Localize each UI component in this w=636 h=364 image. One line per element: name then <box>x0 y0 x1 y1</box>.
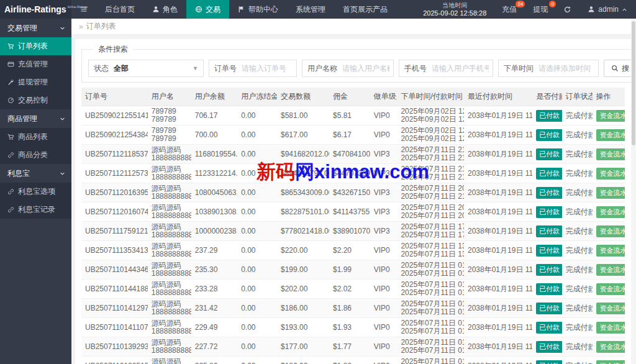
trade-amount-cell: $202.00 <box>277 280 329 299</box>
action-cell: 资金流水 <box>593 183 625 202</box>
order-time-input[interactable] <box>538 64 598 73</box>
trade-amount-cell: $186.00 <box>277 357 329 364</box>
fund-flow-button[interactable]: 资金流水 <box>596 129 625 141</box>
nav-item-label: 帮助中心 <box>248 4 278 15</box>
fund-flow-button[interactable]: 资金流水 <box>596 206 625 218</box>
user-cell: 源码源码18888888888 <box>148 241 191 260</box>
user-balance-cell: 225.86 <box>191 357 237 364</box>
column-header: 用户余额 <box>191 88 237 106</box>
trade-amount-cell: $199.00 <box>277 260 329 280</box>
order-list-card: 条件搜索 状态 全部 ▼ 订单号 用户名称 <box>75 39 631 364</box>
paid-badge: 已付款 <box>536 360 561 364</box>
fund-flow-button[interactable]: 资金流水 <box>596 225 625 237</box>
action-cell: 资金流水 <box>593 241 625 260</box>
order-time-cell: 2025年07月11日 01:36:512025年07月11日 01:37:04 <box>397 357 464 364</box>
user-cell: 源码源码18888888888 <box>148 280 191 299</box>
order-status-cell: 完成付款 <box>562 299 593 318</box>
vip-level-cell: VIP3 <box>370 202 398 222</box>
column-header: 下单时间/付款时间 <box>397 88 464 106</box>
sidebar-section-label: 利息宝 <box>7 168 30 179</box>
nav-item-products[interactable]: 首页展示产品 <box>334 0 396 19</box>
nav-item-roles[interactable]: 角色 <box>143 0 186 19</box>
order-status-cell: 完成付款 <box>562 337 593 357</box>
pay-time: 2025年07月11日 01:39:40 <box>401 347 460 355</box>
username-input[interactable] <box>342 64 393 73</box>
order-time-cell: 2025年07月11日 20:16:072025年07月11日 20:16:17 <box>397 202 464 222</box>
sidebar-item-lixibao-records[interactable]: 利息宝记录 <box>0 201 71 219</box>
table-row: UB2507110141297904源码源码18888888888231.420… <box>81 299 625 318</box>
action-cell: 资金流水 <box>593 222 625 241</box>
table-row: UB2507112016395791源码源码188888888881080045… <box>81 183 625 202</box>
sidebar-item-product-category[interactable]: 商品分类 <box>0 146 71 164</box>
order-id-cell: UB2507111353413555 <box>81 241 148 260</box>
action-cell: 资金流水 <box>593 106 625 125</box>
sidebar-item-label: 充值管理 <box>18 59 48 70</box>
order-number-input[interactable] <box>242 64 296 73</box>
nav-item-home[interactable]: 后台首页 <box>96 0 143 19</box>
pay-time: 2025年07月11日 13:53:51 <box>401 250 460 258</box>
admin-username: admin <box>598 5 619 14</box>
fund-flow-button[interactable]: 资金流水 <box>596 187 625 199</box>
paid-badge: 已付款 <box>536 187 561 199</box>
sidebar-section-product-mgmt[interactable]: 商品管理 <box>0 109 71 128</box>
fund-flow-button[interactable]: 资金流水 <box>596 148 625 160</box>
fund-flow-button[interactable]: 资金流水 <box>596 245 625 257</box>
table-row: UB2507111353413555源码源码18888888888237.290… <box>81 241 625 260</box>
orders-table-body: UB2509021255141229789789789789706.170.00… <box>81 106 625 364</box>
paid-status-cell: 已付款 <box>532 337 561 357</box>
status-select[interactable]: 状态 全部 ▼ <box>88 60 204 77</box>
fund-flow-button[interactable]: 资金流水 <box>596 168 625 180</box>
sidebar-item-order-list[interactable]: 订单列表 <box>0 37 71 55</box>
sidebar-section-lixibao[interactable]: 利息宝 <box>0 164 71 183</box>
commission-cell: $6.17 <box>329 125 370 145</box>
fund-flow-button[interactable]: 资金流水 <box>596 341 625 353</box>
order-id-cell: UB2507110139293185 <box>81 337 148 357</box>
order-time-cell: 2025年09月02日 12:55:142025年09月02日 12:55:38 <box>397 106 464 125</box>
sidebar-item-withdraw-mgmt[interactable]: 提现管理 <box>0 73 71 91</box>
withdraw-button[interactable]: 提现 0 <box>525 0 556 19</box>
fund-flow-button[interactable]: 资金流水 <box>596 283 625 295</box>
user-phone: 789789 <box>152 116 188 124</box>
action-cell: 资金流水 <box>593 318 625 337</box>
sidebar-section-label: 商品管理 <box>7 114 37 124</box>
user-cell: 源码源码18888888888 <box>148 183 191 202</box>
last-pay-time-cell: 2038年01月19日 11:14:07 <box>464 202 532 222</box>
fund-flow-button[interactable]: 资金流水 <box>596 322 625 334</box>
nav-item-trade[interactable]: 交易 <box>186 0 229 19</box>
commission-cell: $5.81 <box>329 106 370 125</box>
refresh-button[interactable] <box>556 0 579 19</box>
user-balance-cell: 700.00 <box>191 125 237 145</box>
action-cell: 资金流水 <box>593 202 625 222</box>
nav-item-system[interactable]: 系统管理 <box>287 0 334 19</box>
scrollbar-thumb[interactable] <box>632 21 635 145</box>
recharge-button[interactable]: 充值 24 <box>494 0 525 19</box>
paid-badge: 已付款 <box>536 341 561 353</box>
frozen-amount-cell: 0.00 <box>237 357 277 364</box>
wrench-icon <box>7 79 14 86</box>
order-time-cell: 2025年07月11日 21:18:532025年07月11日 21:19:41 <box>397 145 464 164</box>
table-row: UB2507112112573229源码源码188888888881123312… <box>81 164 625 183</box>
fund-flow-button[interactable]: 资金流水 <box>596 264 625 276</box>
nav-item-help[interactable]: 帮助中心 <box>229 0 287 19</box>
fund-flow-button[interactable]: 资金流水 <box>596 110 625 122</box>
chevron-down-icon <box>60 171 65 176</box>
admin-user-menu[interactable]: admin <box>579 0 636 19</box>
sidebar-item-lixibao-options[interactable]: 利息宝选项 <box>0 183 71 201</box>
sidebar-item-recharge-mgmt[interactable]: 充值管理 <box>0 55 71 73</box>
sidebar-section-trade-mgmt[interactable]: 交易管理 <box>0 19 71 37</box>
commission-cell: $1.86 <box>329 357 370 364</box>
table-header-row: 订单号用户名用户余额用户冻结金额交易数额佣金做单级别下单时间/付款时间最近付款时… <box>81 88 625 106</box>
user-balance-cell: 706.17 <box>191 106 237 125</box>
fund-flow-button[interactable]: 资金流水 <box>596 360 625 364</box>
order-id-cell: UB2507112016395791 <box>81 183 148 202</box>
phone-input[interactable] <box>432 64 493 73</box>
caret-up-icon <box>622 7 627 12</box>
hamburger-menu-button[interactable] <box>71 0 96 19</box>
sidebar-item-product-list[interactable]: 商品列表 <box>0 128 71 146</box>
sidebar-item-trade-control[interactable]: 交易控制 <box>0 91 71 109</box>
user-cell: 源码源码18888888888 <box>148 260 191 280</box>
user-cell: 源码源码18888888888 <box>148 145 191 164</box>
nav-item-label: 首页展示产品 <box>343 4 388 15</box>
sidebar-item-label: 利息宝记录 <box>18 204 55 215</box>
fund-flow-button[interactable]: 资金流水 <box>596 303 625 314</box>
